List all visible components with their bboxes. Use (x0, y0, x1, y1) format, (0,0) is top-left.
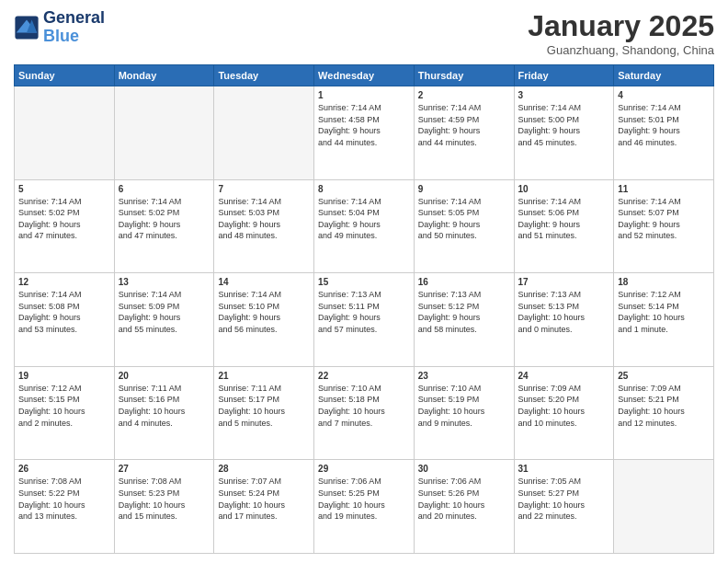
day-number: 2 (418, 90, 510, 100)
day-number: 6 (119, 184, 210, 194)
day-number: 12 (18, 277, 110, 287)
calendar-week-3: 19Sunrise: 7:12 AM Sunset: 5:15 PM Dayli… (15, 366, 714, 460)
day-number: 8 (318, 184, 410, 194)
day-info: Sunrise: 7:14 AM Sunset: 5:03 PM Dayligh… (218, 196, 310, 242)
day-number: 25 (618, 371, 710, 381)
calendar-cell-2-4: 16Sunrise: 7:13 AM Sunset: 5:12 PM Dayli… (414, 273, 514, 367)
weekday-header-wednesday: Wednesday (314, 65, 415, 86)
day-info: Sunrise: 7:06 AM Sunset: 5:25 PM Dayligh… (318, 476, 410, 522)
day-info: Sunrise: 7:14 AM Sunset: 5:09 PM Dayligh… (119, 289, 210, 335)
day-info: Sunrise: 7:06 AM Sunset: 5:26 PM Dayligh… (418, 476, 510, 522)
day-info: Sunrise: 7:14 AM Sunset: 5:02 PM Dayligh… (18, 196, 110, 242)
calendar-cell-2-5: 17Sunrise: 7:13 AM Sunset: 5:13 PM Dayli… (514, 273, 614, 367)
day-info: Sunrise: 7:08 AM Sunset: 5:22 PM Dayligh… (18, 476, 110, 522)
calendar-cell-3-0: 19Sunrise: 7:12 AM Sunset: 5:15 PM Dayli… (15, 366, 115, 460)
header: General Blue January 2025 Guanzhuang, Sh… (14, 9, 714, 57)
day-info: Sunrise: 7:08 AM Sunset: 5:23 PM Dayligh… (119, 476, 210, 522)
day-info: Sunrise: 7:12 AM Sunset: 5:15 PM Dayligh… (18, 383, 110, 429)
day-number: 26 (18, 464, 110, 474)
calendar-cell-3-5: 24Sunrise: 7:09 AM Sunset: 5:20 PM Dayli… (514, 366, 614, 460)
day-number: 20 (119, 371, 210, 381)
day-info: Sunrise: 7:10 AM Sunset: 5:18 PM Dayligh… (318, 383, 410, 429)
day-number: 11 (618, 184, 710, 194)
day-info: Sunrise: 7:10 AM Sunset: 5:19 PM Dayligh… (418, 383, 510, 429)
day-number: 17 (518, 277, 610, 287)
calendar-cell-0-3: 1Sunrise: 7:14 AM Sunset: 4:58 PM Daylig… (314, 86, 415, 180)
day-info: Sunrise: 7:14 AM Sunset: 5:04 PM Dayligh… (318, 196, 410, 242)
day-info: Sunrise: 7:14 AM Sunset: 5:05 PM Dayligh… (418, 196, 510, 242)
logo-icon (14, 15, 40, 40)
calendar-cell-1-2: 7Sunrise: 7:14 AM Sunset: 5:03 PM Daylig… (214, 179, 314, 273)
day-info: Sunrise: 7:13 AM Sunset: 5:11 PM Dayligh… (318, 289, 410, 335)
day-info: Sunrise: 7:14 AM Sunset: 4:58 PM Dayligh… (318, 102, 410, 148)
day-number: 14 (218, 277, 310, 287)
calendar-header-row: SundayMondayTuesdayWednesdayThursdayFrid… (15, 65, 714, 86)
weekday-header-saturday: Saturday (614, 65, 714, 86)
calendar-cell-4-3: 29Sunrise: 7:06 AM Sunset: 5:25 PM Dayli… (314, 460, 415, 554)
page: General Blue January 2025 Guanzhuang, Sh… (0, 0, 728, 563)
day-number: 13 (119, 277, 210, 287)
day-number: 22 (318, 371, 410, 381)
weekday-header-friday: Friday (514, 65, 614, 86)
day-number: 23 (418, 371, 510, 381)
weekday-header-monday: Monday (114, 65, 214, 86)
calendar-cell-2-3: 15Sunrise: 7:13 AM Sunset: 5:11 PM Dayli… (314, 273, 415, 367)
day-number: 16 (418, 277, 510, 287)
logo: General Blue (14, 9, 105, 46)
calendar-cell-2-0: 12Sunrise: 7:14 AM Sunset: 5:08 PM Dayli… (15, 273, 115, 367)
day-number: 7 (218, 184, 310, 194)
day-number: 24 (518, 371, 610, 381)
calendar-cell-4-0: 26Sunrise: 7:08 AM Sunset: 5:22 PM Dayli… (15, 460, 115, 554)
calendar-cell-1-1: 6Sunrise: 7:14 AM Sunset: 5:02 PM Daylig… (114, 179, 214, 273)
day-info: Sunrise: 7:07 AM Sunset: 5:24 PM Dayligh… (218, 476, 310, 522)
day-info: Sunrise: 7:11 AM Sunset: 5:17 PM Dayligh… (218, 383, 310, 429)
day-info: Sunrise: 7:14 AM Sunset: 5:10 PM Dayligh… (218, 289, 310, 335)
calendar-week-0: 1Sunrise: 7:14 AM Sunset: 4:58 PM Daylig… (15, 86, 714, 180)
logo-line1: General (43, 9, 105, 28)
calendar-cell-4-5: 31Sunrise: 7:05 AM Sunset: 5:27 PM Dayli… (514, 460, 614, 554)
calendar-cell-3-3: 22Sunrise: 7:10 AM Sunset: 5:18 PM Dayli… (314, 366, 415, 460)
calendar-cell-1-5: 10Sunrise: 7:14 AM Sunset: 5:06 PM Dayli… (514, 179, 614, 273)
day-info: Sunrise: 7:14 AM Sunset: 5:06 PM Dayligh… (518, 196, 610, 242)
calendar-cell-2-6: 18Sunrise: 7:12 AM Sunset: 5:14 PM Dayli… (614, 273, 714, 367)
day-number: 18 (618, 277, 710, 287)
logo-line2: Blue (43, 28, 105, 46)
calendar-cell-1-4: 9Sunrise: 7:14 AM Sunset: 5:05 PM Daylig… (414, 179, 514, 273)
day-number: 9 (418, 184, 510, 194)
calendar-cell-0-4: 2Sunrise: 7:14 AM Sunset: 4:59 PM Daylig… (414, 86, 514, 180)
day-number: 19 (18, 371, 110, 381)
day-number: 30 (418, 464, 510, 474)
day-number: 4 (618, 90, 710, 100)
day-info: Sunrise: 7:14 AM Sunset: 5:08 PM Dayligh… (18, 289, 110, 335)
calendar-cell-4-6 (614, 460, 714, 554)
day-info: Sunrise: 7:14 AM Sunset: 4:59 PM Dayligh… (418, 102, 510, 148)
calendar-cell-0-0 (15, 86, 115, 180)
calendar-cell-4-1: 27Sunrise: 7:08 AM Sunset: 5:23 PM Dayli… (114, 460, 214, 554)
calendar-table: SundayMondayTuesdayWednesdayThursdayFrid… (14, 64, 714, 554)
location: Guanzhuang, Shandong, China (528, 43, 714, 57)
calendar-cell-2-2: 14Sunrise: 7:14 AM Sunset: 5:10 PM Dayli… (214, 273, 314, 367)
calendar-cell-3-6: 25Sunrise: 7:09 AM Sunset: 5:21 PM Dayli… (614, 366, 714, 460)
calendar-cell-0-2 (214, 86, 314, 180)
calendar-cell-1-6: 11Sunrise: 7:14 AM Sunset: 5:07 PM Dayli… (614, 179, 714, 273)
calendar-week-4: 26Sunrise: 7:08 AM Sunset: 5:22 PM Dayli… (15, 460, 714, 554)
day-number: 1 (318, 90, 410, 100)
calendar-cell-0-5: 3Sunrise: 7:14 AM Sunset: 5:00 PM Daylig… (514, 86, 614, 180)
calendar-cell-3-1: 20Sunrise: 7:11 AM Sunset: 5:16 PM Dayli… (114, 366, 214, 460)
day-number: 31 (518, 464, 610, 474)
day-number: 15 (318, 277, 410, 287)
calendar-cell-4-2: 28Sunrise: 7:07 AM Sunset: 5:24 PM Dayli… (214, 460, 314, 554)
calendar-cell-0-1 (114, 86, 214, 180)
logo-text: General Blue (43, 9, 105, 46)
day-info: Sunrise: 7:13 AM Sunset: 5:12 PM Dayligh… (418, 289, 510, 335)
weekday-header-tuesday: Tuesday (214, 65, 314, 86)
day-number: 3 (518, 90, 610, 100)
title-area: January 2025 Guanzhuang, Shandong, China (528, 9, 714, 57)
calendar-cell-1-0: 5Sunrise: 7:14 AM Sunset: 5:02 PM Daylig… (15, 179, 115, 273)
calendar-cell-4-4: 30Sunrise: 7:06 AM Sunset: 5:26 PM Dayli… (414, 460, 514, 554)
day-number: 29 (318, 464, 410, 474)
weekday-header-sunday: Sunday (15, 65, 115, 86)
calendar-week-1: 5Sunrise: 7:14 AM Sunset: 5:02 PM Daylig… (15, 179, 714, 273)
calendar-cell-3-2: 21Sunrise: 7:11 AM Sunset: 5:17 PM Dayli… (214, 366, 314, 460)
day-info: Sunrise: 7:13 AM Sunset: 5:13 PM Dayligh… (518, 289, 610, 335)
